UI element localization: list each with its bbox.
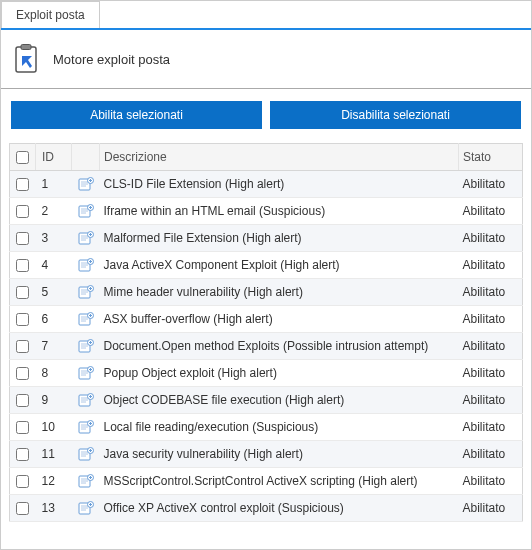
row-checkbox[interactable] [16, 340, 29, 353]
row-status: Abilitato [459, 441, 523, 468]
row-icon-cell [72, 252, 100, 279]
row-id: 8 [36, 360, 72, 387]
row-icon-cell [72, 225, 100, 252]
exploit-item-icon [78, 258, 94, 272]
row-description: Object CODEBASE file execution (High ale… [100, 387, 459, 414]
table-row[interactable]: 4 Java ActiveX Component Exploit (High a… [10, 252, 523, 279]
table-row[interactable]: 9 Object CODEBASE file execution (High a… [10, 387, 523, 414]
exploit-item-icon [78, 177, 94, 191]
table-row[interactable]: 10 Local file reading/execution (Suspici… [10, 414, 523, 441]
row-icon-cell [72, 387, 100, 414]
exploit-item-icon [78, 285, 94, 299]
row-checkbox-cell [10, 495, 36, 522]
row-icon-cell [72, 306, 100, 333]
header-description[interactable]: Descrizione [100, 144, 459, 171]
table-row[interactable]: 8 Popup Object exploit (High alert)Abili… [10, 360, 523, 387]
row-checkbox-cell [10, 171, 36, 198]
page-title: Motore exploit posta [53, 52, 170, 67]
header-id[interactable]: ID [36, 144, 72, 171]
row-checkbox[interactable] [16, 367, 29, 380]
row-checkbox[interactable] [16, 232, 29, 245]
row-checkbox-cell [10, 468, 36, 495]
row-checkbox[interactable] [16, 421, 29, 434]
row-status: Abilitato [459, 414, 523, 441]
row-status: Abilitato [459, 387, 523, 414]
row-checkbox-cell [10, 252, 36, 279]
row-checkbox[interactable] [16, 394, 29, 407]
row-id: 7 [36, 333, 72, 360]
row-checkbox[interactable] [16, 286, 29, 299]
row-checkbox-cell [10, 306, 36, 333]
row-checkbox-cell [10, 279, 36, 306]
exploit-table: ID Descrizione Stato 1 CLS-ID File Exten… [9, 143, 523, 522]
row-id: 1 [36, 171, 72, 198]
row-checkbox[interactable] [16, 205, 29, 218]
row-status: Abilitato [459, 171, 523, 198]
enable-selected-button[interactable]: Abilita selezionati [11, 101, 262, 129]
row-icon-cell [72, 468, 100, 495]
row-icon-cell [72, 495, 100, 522]
exploit-table-wrap: ID Descrizione Stato 1 CLS-ID File Exten… [1, 143, 531, 522]
row-checkbox[interactable] [16, 475, 29, 488]
row-icon-cell [72, 333, 100, 360]
row-checkbox-cell [10, 333, 36, 360]
row-status: Abilitato [459, 333, 523, 360]
row-description: Java ActiveX Component Exploit (High ale… [100, 252, 459, 279]
row-description: MSScriptControl.ScriptControl ActiveX sc… [100, 468, 459, 495]
row-checkbox[interactable] [16, 502, 29, 515]
row-description: CLS-ID File Extension (High alert) [100, 171, 459, 198]
row-checkbox-cell [10, 387, 36, 414]
row-checkbox[interactable] [16, 178, 29, 191]
row-description: Iframe within an HTML email (Suspicious) [100, 198, 459, 225]
exploit-item-icon [78, 474, 94, 488]
clipboard-exploit-icon [13, 44, 39, 74]
row-icon-cell [72, 414, 100, 441]
header-select-all [10, 144, 36, 171]
header-panel: Motore exploit posta [1, 30, 531, 89]
row-id: 3 [36, 225, 72, 252]
exploit-item-icon [78, 393, 94, 407]
action-button-row: Abilita selezionati Disabilita seleziona… [1, 89, 531, 143]
table-row[interactable]: 7 Document.Open method Exploits (Possibl… [10, 333, 523, 360]
row-description: ASX buffer-overflow (High alert) [100, 306, 459, 333]
select-all-checkbox[interactable] [16, 151, 29, 164]
table-row[interactable]: 13 Office XP ActiveX control exploit (Su… [10, 495, 523, 522]
header-icon [72, 144, 100, 171]
table-row[interactable]: 11 Java security vulnerability (High ale… [10, 441, 523, 468]
row-status: Abilitato [459, 306, 523, 333]
row-checkbox-cell [10, 198, 36, 225]
row-checkbox-cell [10, 360, 36, 387]
tab-exploit-posta[interactable]: Exploit posta [1, 1, 100, 28]
exploit-item-icon [78, 420, 94, 434]
row-id: 10 [36, 414, 72, 441]
row-id: 6 [36, 306, 72, 333]
header-status[interactable]: Stato [459, 144, 523, 171]
row-description: Office XP ActiveX control exploit (Suspi… [100, 495, 459, 522]
row-id: 5 [36, 279, 72, 306]
row-status: Abilitato [459, 252, 523, 279]
exploit-item-icon [78, 501, 94, 515]
row-description: Local file reading/execution (Suspicious… [100, 414, 459, 441]
row-status: Abilitato [459, 225, 523, 252]
row-description: Java security vulnerability (High alert) [100, 441, 459, 468]
table-header-row: ID Descrizione Stato [10, 144, 523, 171]
exploit-item-icon [78, 447, 94, 461]
exploit-item-icon [78, 366, 94, 380]
row-checkbox[interactable] [16, 259, 29, 272]
table-row[interactable]: 12 MSScriptControl.ScriptControl ActiveX… [10, 468, 523, 495]
row-id: 4 [36, 252, 72, 279]
row-icon-cell [72, 171, 100, 198]
svg-rect-1 [21, 45, 31, 50]
row-description: Mime header vulnerability (High alert) [100, 279, 459, 306]
row-checkbox[interactable] [16, 448, 29, 461]
table-row[interactable]: 6 ASX buffer-overflow (High alert)Abilit… [10, 306, 523, 333]
row-icon-cell [72, 441, 100, 468]
table-row[interactable]: 5 Mime header vulnerability (High alert)… [10, 279, 523, 306]
disable-selected-button[interactable]: Disabilita selezionati [270, 101, 521, 129]
table-row[interactable]: 3 Malformed File Extension (High alert)A… [10, 225, 523, 252]
table-row[interactable]: 1 CLS-ID File Extension (High alert)Abil… [10, 171, 523, 198]
row-description: Popup Object exploit (High alert) [100, 360, 459, 387]
row-checkbox[interactable] [16, 313, 29, 326]
row-id: 2 [36, 198, 72, 225]
table-row[interactable]: 2 Iframe within an HTML email (Suspiciou… [10, 198, 523, 225]
